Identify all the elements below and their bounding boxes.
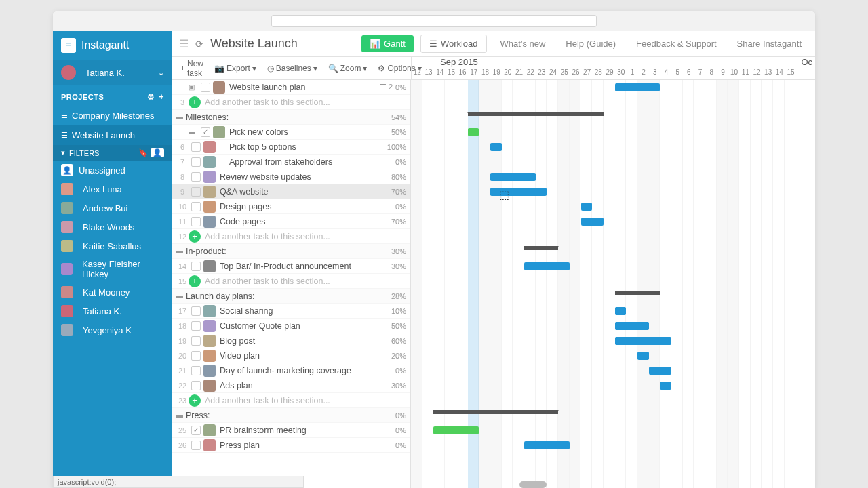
section-header[interactable]: ▬Milestones:54% <box>172 110 410 125</box>
gantt-bar[interactable] <box>649 367 671 375</box>
assignee-avatar[interactable] <box>203 380 216 392</box>
baselines-button[interactable]: ◷Baselines▾ <box>263 61 321 76</box>
person-filter-icon[interactable]: 👤 <box>151 148 164 157</box>
task-row[interactable]: 22Ads plan30% <box>172 378 410 393</box>
add-task-row[interactable]: 15+Add another task to this section... <box>172 274 410 289</box>
assignee-avatar[interactable] <box>213 81 225 94</box>
project-company-milestones[interactable]: ☰ Company Milestones <box>53 106 172 125</box>
person-filter-yevgeniya-k[interactable]: Yevgeniya K <box>53 321 172 340</box>
assignee-avatar[interactable] <box>203 141 216 153</box>
checkbox[interactable] <box>191 157 201 167</box>
gantt-bar[interactable] <box>490 173 536 181</box>
link-help[interactable]: Help (Guide) <box>559 39 623 49</box>
assignee-avatar[interactable] <box>203 201 216 213</box>
gantt-button[interactable]: 📊 Gantt <box>361 35 414 52</box>
add-icon[interactable]: + <box>189 394 201 407</box>
assignee-avatar[interactable] <box>203 320 216 332</box>
checkbox[interactable] <box>191 187 201 197</box>
user-menu[interactable]: Tatiana K. ⌄ <box>53 60 172 85</box>
gantt-bar[interactable] <box>581 203 593 211</box>
gantt-bar[interactable] <box>615 337 672 345</box>
assignee-avatar[interactable] <box>203 424 216 436</box>
person-filter-unassigned[interactable]: 👤Unassigned <box>53 161 172 180</box>
gantt-group-bracket[interactable] <box>468 112 604 116</box>
tag-icon[interactable]: 🔖 <box>138 148 148 157</box>
checkbox[interactable] <box>191 351 201 361</box>
task-row[interactable]: ▬Pick new colors50% <box>172 125 410 140</box>
assignee-avatar[interactable] <box>203 216 216 228</box>
url-bar[interactable] <box>271 15 597 27</box>
assignee-avatar[interactable] <box>213 126 225 138</box>
gantt-bar[interactable] <box>637 352 649 360</box>
horizontal-scrollbar[interactable] <box>519 481 547 488</box>
gantt-group-bracket[interactable] <box>615 291 660 295</box>
checkbox[interactable] <box>191 217 201 226</box>
checkbox[interactable] <box>201 83 210 92</box>
section-header[interactable]: ▬Press:0% <box>172 408 410 423</box>
assignee-avatar[interactable] <box>203 439 216 451</box>
refresh-icon[interactable]: ⟳ <box>195 39 203 49</box>
task-row[interactable]: 11Code pages70% <box>172 214 410 229</box>
assignee-avatar[interactable] <box>203 260 216 272</box>
section-header[interactable]: ▬Launch day plans:28% <box>172 289 410 304</box>
checkbox[interactable] <box>191 142 201 152</box>
task-row[interactable]: 21Day of launch- marketing coverage0% <box>172 363 410 378</box>
task-row[interactable]: 20Video plan20% <box>172 348 410 363</box>
add-task-row[interactable]: 3+Add another task to this section... <box>172 95 410 110</box>
collapse-icon[interactable]: ▬ <box>176 292 186 300</box>
person-filter-blake-woods[interactable]: Blake Woods <box>53 218 172 237</box>
assignee-avatar[interactable] <box>203 365 216 377</box>
collapse-icon[interactable]: ▬ <box>176 411 186 419</box>
person-filter-tatiana-k.[interactable]: Tatiana K. <box>53 302 172 321</box>
checkbox[interactable] <box>191 306 201 316</box>
person-filter-alex-luna[interactable]: Alex Luna <box>53 180 172 199</box>
person-filter-kaitie-saballus[interactable]: Kaitie Saballus <box>53 237 172 256</box>
gantt-bar[interactable] <box>490 143 502 151</box>
gantt-bar[interactable] <box>615 322 649 330</box>
task-row[interactable]: 7Approval from stakeholders0% <box>172 155 410 169</box>
task-row[interactable]: 19Blog post60% <box>172 333 410 348</box>
task-row[interactable]: 26Press plan0% <box>172 438 410 453</box>
gantt-bar[interactable] <box>581 218 604 226</box>
gantt-bar[interactable] <box>433 426 479 434</box>
brand[interactable]: ≡ Instagantt <box>53 31 172 60</box>
checkbox[interactable] <box>191 366 201 375</box>
task-row[interactable]: 8Review website updates80% <box>172 169 410 184</box>
expand-icon[interactable]: ▣ <box>189 83 198 91</box>
expand-icon[interactable]: ▬ <box>189 128 198 136</box>
task-row[interactable]: 6Pick top 5 options100% <box>172 140 410 155</box>
checkbox[interactable] <box>191 262 201 271</box>
task-row[interactable]: 18Customer Quote plan50% <box>172 319 410 333</box>
assignee-avatar[interactable] <box>203 305 216 317</box>
checkbox[interactable] <box>191 336 201 346</box>
assignee-avatar[interactable] <box>203 156 216 168</box>
task-row[interactable]: 10Design pages0% <box>172 199 410 214</box>
task-row[interactable]: 14Top Bar/ In-Product announcement30% <box>172 259 410 274</box>
add-icon[interactable]: + <box>189 230 201 243</box>
gantt-bar[interactable] <box>615 307 627 315</box>
checkbox[interactable] <box>191 381 201 390</box>
gantt-chart[interactable]: ⬚ <box>411 80 815 488</box>
checkbox[interactable] <box>191 172 201 182</box>
collapse-icon[interactable]: ▬ <box>176 113 186 121</box>
checkbox[interactable] <box>201 127 210 137</box>
assignee-avatar[interactable] <box>203 350 216 362</box>
link-whats-new[interactable]: What's new <box>494 39 553 49</box>
gantt-group-bracket[interactable] <box>433 410 558 414</box>
export-button[interactable]: 📷Export▾ <box>210 61 260 76</box>
add-project-icon[interactable]: + <box>159 92 164 102</box>
menu-icon[interactable]: ☰ <box>179 37 189 50</box>
section-header[interactable]: ▬In-product:30% <box>172 244 410 259</box>
add-icon[interactable]: + <box>189 275 201 287</box>
workload-button[interactable]: ☰ Workload <box>420 35 487 53</box>
filters-header[interactable]: ▾ FILTERS 🔖 👤 <box>53 145 172 161</box>
gantt-group-bracket[interactable] <box>524 246 558 250</box>
gantt-bar[interactable] <box>660 382 671 390</box>
assignee-avatar[interactable] <box>203 186 216 198</box>
project-website-launch[interactable]: ☰ Website Launch <box>53 125 172 145</box>
gear-icon[interactable]: ⚙ <box>147 92 155 102</box>
gantt-bar[interactable] <box>468 128 479 136</box>
gantt-bar[interactable] <box>524 441 570 449</box>
person-filter-kasey-fleisher-hickey[interactable]: Kasey Fleisher Hickey <box>53 256 172 283</box>
person-filter-kat-mooney[interactable]: Kat Mooney <box>53 283 172 302</box>
